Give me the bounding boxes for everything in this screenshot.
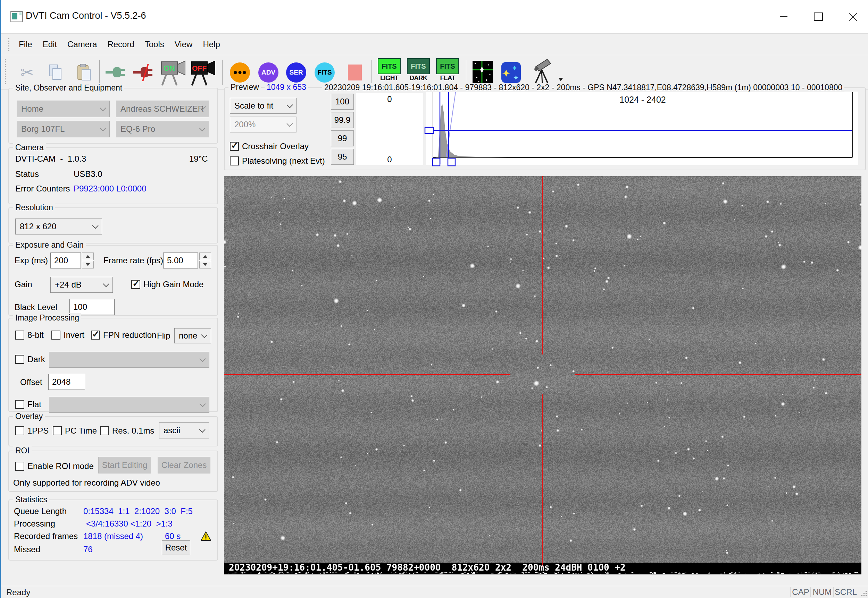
processing-group-title: Image Processing	[13, 313, 81, 323]
cut-button[interactable]: ✂	[16, 60, 38, 85]
spin-up-icon[interactable]	[82, 253, 94, 260]
8bit-checkbox[interactable]: 8-bit	[15, 330, 44, 340]
fits-flat-icon: FITS	[436, 58, 459, 74]
pctime-checkbox[interactable]: PC Time	[53, 426, 97, 436]
start-editing-button[interactable]: Start Editing	[98, 457, 151, 474]
fits-light-button[interactable]: FITS LIGHT	[377, 58, 401, 82]
maximize-button[interactable]	[803, 0, 834, 33]
level-strip-panel: 0 0	[356, 93, 423, 165]
preview-image[interactable]: 20230209+19:16:01.405-01.605 79882+0000 …	[224, 176, 861, 574]
telescope-button[interactable]	[528, 57, 555, 87]
exp-input[interactable]: 200	[50, 253, 81, 269]
spin-down-icon[interactable]	[199, 261, 211, 269]
camera-off-button[interactable]: OFF	[189, 58, 218, 87]
crosshair-overlay-checkbox[interactable]: Crosshair Overlay	[230, 142, 309, 151]
adv-button[interactable]: ADV	[257, 60, 280, 85]
exp-stepper[interactable]	[82, 253, 94, 269]
fits-flat-button[interactable]: FITS FLAT	[435, 58, 460, 82]
star-align-button[interactable]	[471, 58, 495, 86]
1pps-checkbox[interactable]: 1PPS	[15, 426, 49, 436]
gain-select[interactable]: +24 dB	[50, 277, 113, 293]
chevron-down-icon	[199, 426, 205, 432]
copy-button[interactable]	[45, 60, 67, 85]
toolbar-separator	[466, 60, 466, 85]
high-gain-checkbox[interactable]: High Gain Mode	[131, 280, 204, 289]
menu-help[interactable]: Help	[198, 40, 225, 49]
flat-file-select[interactable]	[49, 397, 209, 413]
close-button[interactable]	[838, 0, 868, 33]
checkbox-icon	[51, 330, 60, 339]
percentile-99_9-button[interactable]: 99.9	[331, 112, 354, 128]
telescope-select[interactable]: Borg 107FL	[16, 121, 110, 138]
site-select[interactable]: Home	[16, 100, 110, 117]
flat-checkbox[interactable]: Flat	[15, 399, 41, 409]
crosshair-horizontal-left	[224, 374, 510, 375]
white-point-handle[interactable]	[448, 158, 455, 166]
disconnect-icon	[132, 64, 157, 81]
toolbar-overflow-arrow[interactable]	[558, 73, 563, 83]
scale-mode-select[interactable]: Scale to fit	[230, 98, 297, 114]
camera-on-icon: ON	[159, 58, 188, 87]
fits-dark-icon: FITS	[407, 58, 430, 74]
chevron-down-icon	[100, 125, 106, 131]
osd-timestamp: 20230209+19:16:01.405-01.605 79882+0000 …	[229, 563, 626, 572]
disconnect-button[interactable]	[131, 60, 157, 85]
mount-select[interactable]: EQ-6 Pro	[116, 121, 209, 138]
resize-grip[interactable]	[861, 590, 867, 596]
error-counters-label: Error Counters	[15, 184, 70, 194]
observer-select[interactable]: Andreas SCHWEIZER	[116, 100, 209, 117]
menu-tools[interactable]: Tools	[139, 40, 169, 49]
percentile-95-button[interactable]: 95	[331, 149, 354, 165]
menu-file[interactable]: File	[13, 40, 37, 49]
reset-button[interactable]: Reset	[162, 540, 190, 555]
camera-status-value: USB3.0	[73, 169, 102, 179]
black-level-input[interactable]: 100	[69, 299, 115, 315]
minimize-button[interactable]	[768, 0, 799, 33]
fps-input[interactable]: 5.00	[163, 253, 198, 269]
window-title: DVTI Cam Control - V5.5.2-6	[26, 10, 146, 21]
checkbox-icon	[15, 355, 24, 364]
dark-checkbox[interactable]: Dark	[15, 354, 45, 364]
percentile-100-button[interactable]: 100	[331, 94, 354, 110]
black-point-handle[interactable]	[433, 158, 440, 166]
menu-view[interactable]: View	[169, 40, 198, 49]
camera-model: DVTI-CAM - 1.0.3	[15, 154, 86, 164]
fps-stepper[interactable]	[199, 253, 211, 269]
copy-icon	[47, 63, 64, 82]
histogram-panel[interactable]: 1024 - 2402	[424, 91, 859, 167]
spin-down-icon[interactable]	[82, 261, 94, 269]
strip-bottom-value: 0	[356, 155, 423, 164]
zoom-select[interactable]: 200%	[230, 117, 297, 133]
platesolving-checkbox[interactable]: Platesolving (next Evt)	[230, 156, 325, 166]
spin-up-icon[interactable]	[199, 253, 211, 260]
roi-note: Only supported for recording ADV video	[13, 478, 160, 488]
fpn-checkbox[interactable]: FPN reduction	[91, 330, 156, 340]
queue-length-value: 0:15334 1:1 2:1020 3:0 F:5	[83, 507, 193, 516]
roi-enable-checkbox[interactable]: Enable ROI mode	[15, 461, 94, 471]
resolution-select[interactable]: 812 x 620	[15, 218, 102, 235]
ser-button[interactable]: SER	[285, 60, 307, 85]
dark-file-select[interactable]	[49, 352, 209, 368]
invert-checkbox[interactable]: Invert	[51, 330, 84, 340]
menu-record[interactable]: Record	[102, 40, 139, 49]
menu-camera[interactable]: Camera	[62, 40, 102, 49]
level-handle[interactable]	[425, 127, 433, 133]
fits-button[interactable]: FITS	[313, 60, 336, 85]
offset-input[interactable]: 2048	[48, 374, 85, 390]
clear-zones-button[interactable]: Clear Zones	[157, 457, 210, 474]
overlay-format-select[interactable]: ascii	[159, 423, 209, 438]
percentile-99-button[interactable]: 99	[331, 130, 354, 147]
flip-select[interactable]: none	[174, 328, 211, 343]
svg-text:ON: ON	[163, 64, 175, 72]
crosshair-horizontal-right	[575, 374, 861, 375]
stop-button[interactable]	[345, 60, 365, 85]
camera-on-button[interactable]: ON	[159, 58, 188, 87]
fits-dark-button[interactable]: FITS DARK	[406, 58, 430, 82]
res01ms-checkbox[interactable]: Res. 0.1ms	[100, 426, 154, 436]
paste-button[interactable]	[73, 60, 95, 85]
rec-dots-button[interactable]	[228, 60, 251, 85]
platesolve-button[interactable]	[500, 60, 522, 85]
status-ready: Ready	[6, 588, 30, 597]
connect-button[interactable]	[103, 60, 129, 85]
menu-edit[interactable]: Edit	[37, 40, 62, 49]
